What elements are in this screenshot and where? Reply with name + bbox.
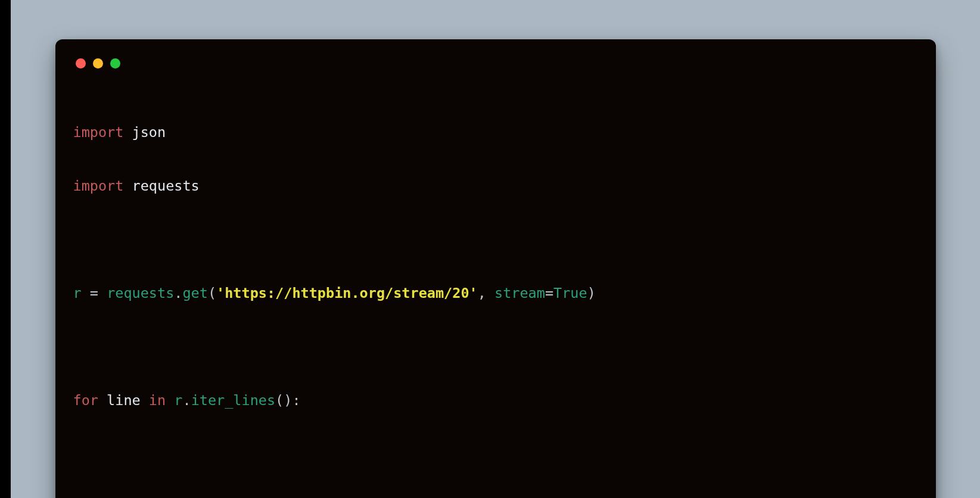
module-json: json [132,124,166,141]
code-line: # filter out keep-alive new lines [73,494,918,498]
op-dot: . [182,392,191,409]
var-r-ref: r [174,392,182,409]
code-block: import json import requests r = requests… [73,92,918,498]
space [141,392,149,409]
space [82,285,90,301]
module-requests: requests [132,178,200,194]
op-dot: . [174,285,182,301]
code-line: import json [73,119,918,146]
const-true: True [553,285,587,301]
code-line-blank [73,334,918,360]
keyword-for: for [73,392,98,409]
kwarg-stream: stream [494,285,545,301]
zoom-icon[interactable] [110,58,120,69]
code-line: import requests [73,173,918,200]
keyword-import: import [73,178,124,194]
space [486,285,494,301]
var-r: r [73,285,82,301]
paren-close: ) [587,285,596,301]
space [166,392,174,409]
canvas-background: import json import requests r = requests… [11,0,980,498]
code-window: import json import requests r = requests… [55,39,936,498]
space [98,392,107,409]
method-get: get [182,285,207,301]
code-line-blank [73,226,918,253]
close-icon[interactable] [76,58,86,69]
space [123,124,132,141]
code-line-blank [73,441,918,468]
comma: , [478,285,486,301]
left-edge-strip [0,0,11,498]
keyword-in: in [149,392,166,409]
var-line: line [107,392,141,409]
keyword-import: import [73,124,124,141]
call-parens-colon: (): [275,392,300,409]
module-requests-ref: requests [107,285,174,301]
string-url: 'https://httpbin.org/stream/20' [216,285,478,301]
minimize-icon[interactable] [93,58,103,69]
space [98,285,107,301]
op-equals: = [90,285,98,301]
code-line: for line in r.iter_lines(): [73,387,918,414]
method-iter-lines: iter_lines [191,392,275,409]
space [123,178,132,194]
op-equals: = [545,285,553,301]
window-controls [73,55,918,69]
paren-open: ( [208,285,216,301]
code-line: r = requests.get('https://httpbin.org/st… [73,280,918,307]
